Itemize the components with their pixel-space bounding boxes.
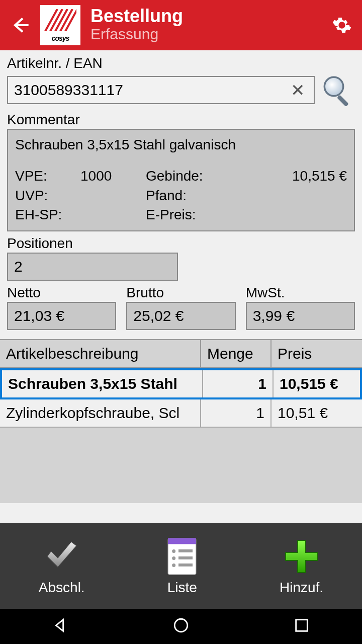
ehsp-label: EH-SP: xyxy=(15,206,80,224)
gebinde-label: Gebinde: xyxy=(146,167,226,185)
netto-value: 21,03 € xyxy=(14,307,64,325)
td-qty: 1 xyxy=(201,399,272,427)
svg-point-5 xyxy=(324,77,343,96)
list-icon xyxy=(162,536,202,577)
positions-value: 2 xyxy=(14,258,23,275)
search-button[interactable] xyxy=(320,72,355,108)
page-subtitle: Erfassung xyxy=(90,25,332,43)
mwst-label: MwSt. xyxy=(246,285,355,301)
netto-box: 21,03 € xyxy=(7,302,116,330)
td-qty: 1 xyxy=(203,370,274,397)
pfand-value xyxy=(226,187,347,205)
nav-home[interactable] xyxy=(172,617,190,636)
brutto-value: 25,02 € xyxy=(133,307,184,325)
liste-label: Liste xyxy=(167,580,197,596)
th-qty: Menge xyxy=(201,340,272,367)
th-price: Preis xyxy=(272,340,362,367)
svg-rect-12 xyxy=(178,556,193,559)
mwst-value: 3,99 € xyxy=(253,307,295,325)
positions-value-box: 2 xyxy=(7,253,178,281)
vpe-label: VPE: xyxy=(15,167,80,185)
ehsp-value xyxy=(80,206,146,224)
bottom-toolbar: Abschl. Liste Hinzuf. xyxy=(0,523,362,609)
comment-label: Kommentar xyxy=(7,112,355,128)
svg-point-11 xyxy=(172,556,175,560)
mwst-box: 3,99 € xyxy=(246,302,355,330)
article-value: 3100589331117 xyxy=(14,82,288,99)
table-row[interactable]: Schrauben 3,5x15 Stahl 1 10,515 € xyxy=(0,368,362,399)
svg-point-9 xyxy=(172,549,175,553)
content-area: Artikelnr. / EAN 3100589331117 ✕ Komment… xyxy=(0,50,362,330)
svg-rect-10 xyxy=(178,549,193,552)
td-price: 10,51 € xyxy=(272,399,362,427)
settings-button[interactable] xyxy=(332,15,352,35)
nav-back[interactable] xyxy=(52,617,69,636)
items-table: Artikelbeschreibung Menge Preis Schraube… xyxy=(0,339,362,503)
uvp-value xyxy=(80,187,146,205)
table-header: Artikelbeschreibung Menge Preis xyxy=(0,339,362,368)
comment-description: Schrauben 3,5x15 Stahl galvanisch xyxy=(15,136,347,154)
td-desc: Zylinderkopfschraube, Scl xyxy=(0,399,201,427)
positions-label: Positionen xyxy=(7,235,355,252)
td-price: 10,515 € xyxy=(274,370,360,397)
table-empty-area xyxy=(0,428,362,503)
check-icon xyxy=(42,536,82,577)
td-desc: Schrauben 3,5x15 Stahl xyxy=(2,370,203,397)
vpe-value: 1000 xyxy=(80,167,146,185)
page-title: Bestellung xyxy=(90,7,332,25)
svg-rect-16 xyxy=(296,620,308,631)
app-header: cosys Bestellung Erfassung xyxy=(0,0,362,50)
article-label: Artikelnr. / EAN xyxy=(7,55,355,71)
pfand-label: Pfand: xyxy=(146,187,226,205)
table-row[interactable]: Zylinderkopfschraube, Scl 1 10,51 € xyxy=(0,399,362,428)
plus-icon xyxy=(282,536,322,577)
logo-text: cosys xyxy=(52,34,69,42)
uvp-label: UVP: xyxy=(15,187,80,205)
hinzuf-label: Hinzuf. xyxy=(280,580,323,596)
title-block: Bestellung Erfassung xyxy=(90,7,332,43)
clear-icon[interactable]: ✕ xyxy=(288,80,308,100)
system-navbar xyxy=(0,609,362,644)
svg-rect-6 xyxy=(337,95,349,107)
hinzuf-button[interactable]: Hinzuf. xyxy=(280,536,323,596)
th-desc: Artikelbeschreibung xyxy=(0,340,201,367)
svg-rect-14 xyxy=(178,564,193,567)
abschl-button[interactable]: Abschl. xyxy=(39,536,85,596)
abschl-label: Abschl. xyxy=(39,580,85,596)
epreis-value xyxy=(226,206,347,224)
svg-rect-8 xyxy=(168,538,196,544)
brutto-label: Brutto xyxy=(126,285,235,301)
epreis-label: E-Preis: xyxy=(146,206,226,224)
comment-box: Schrauben 3,5x15 Stahl galvanisch VPE: 1… xyxy=(7,129,355,231)
nav-recent[interactable] xyxy=(293,617,310,636)
netto-label: Netto xyxy=(7,285,116,301)
app-logo: cosys xyxy=(40,5,80,45)
liste-button[interactable]: Liste xyxy=(162,536,202,596)
svg-point-15 xyxy=(174,619,188,632)
back-button[interactable] xyxy=(10,15,30,35)
article-input[interactable]: 3100589331117 ✕ xyxy=(7,76,315,104)
svg-point-13 xyxy=(172,564,175,567)
brutto-box: 25,02 € xyxy=(126,302,235,330)
gebinde-value: 10,515 € xyxy=(226,167,347,185)
